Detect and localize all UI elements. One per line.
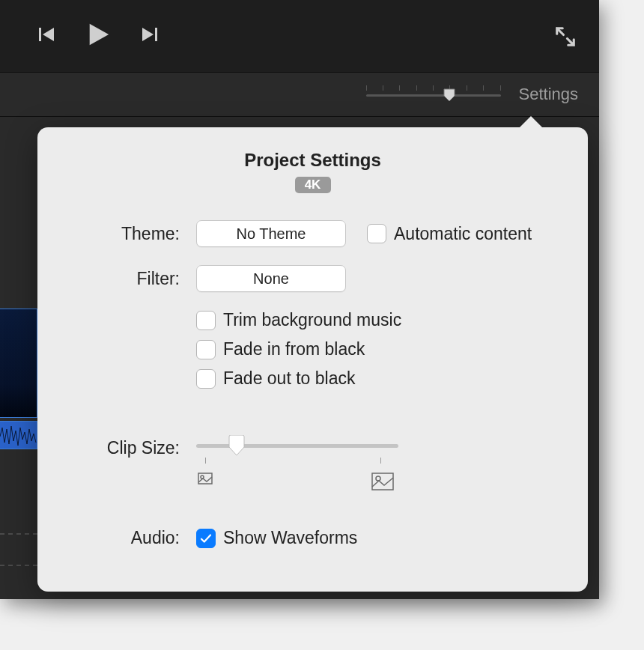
svg-rect-8 — [372, 473, 393, 490]
playback-toolbar — [0, 0, 599, 72]
fade-out-label: Fade out to black — [223, 368, 355, 389]
expand-icon[interactable] — [554, 25, 577, 51]
popover-title: Project Settings — [60, 150, 565, 171]
svg-rect-3 — [155, 28, 157, 41]
theme-label: Theme: — [60, 224, 180, 244]
track-placeholder — [0, 533, 37, 566]
svg-marker-5 — [519, 116, 543, 128]
playback-controls — [37, 22, 159, 50]
show-waveforms-label: Show Waveforms — [223, 528, 357, 548]
fade-in-checkbox[interactable] — [196, 340, 216, 359]
filter-select[interactable]: None — [196, 265, 346, 292]
filter-label: Filter: — [60, 269, 180, 289]
timeline-subbar: Settings — [0, 72, 599, 117]
svg-marker-4 — [142, 28, 154, 41]
clip-size-slider[interactable] — [196, 437, 398, 496]
app-window: Settings Project Settings 4K Theme: No T… — [0, 0, 599, 599]
clip-size-slider-thumb[interactable] — [228, 435, 246, 456]
show-waveforms-checkbox[interactable] — [196, 529, 216, 548]
video-clip-thumbnail[interactable] — [0, 309, 37, 418]
svg-marker-1 — [43, 28, 54, 41]
svg-rect-0 — [39, 28, 41, 41]
resolution-badge: 4K — [295, 177, 331, 193]
trim-background-music-label: Trim background music — [223, 310, 401, 330]
play-icon[interactable] — [85, 22, 111, 50]
automatic-content-label: Automatic content — [394, 224, 532, 244]
svg-marker-2 — [90, 24, 109, 45]
audio-clip-waveform[interactable] — [0, 421, 37, 449]
zoom-slider[interactable] — [366, 85, 501, 103]
large-thumbnail-icon — [371, 473, 394, 490]
svg-point-9 — [376, 476, 380, 481]
project-settings-popover: Project Settings 4K Theme: No Theme Auto… — [37, 127, 588, 592]
automatic-content-checkbox[interactable] — [367, 224, 386, 243]
clip-size-label: Clip Size: — [60, 437, 180, 458]
skip-back-icon[interactable] — [37, 25, 55, 46]
theme-select[interactable]: No Theme — [196, 220, 346, 247]
audio-label: Audio: — [60, 528, 180, 548]
settings-button[interactable]: Settings — [519, 85, 579, 104]
fade-in-label: Fade in from black — [223, 339, 365, 359]
fade-out-checkbox[interactable] — [196, 369, 216, 389]
popover-caret — [519, 116, 543, 128]
trim-background-music-checkbox[interactable] — [196, 311, 216, 330]
skip-forward-icon[interactable] — [141, 25, 159, 46]
zoom-slider-thumb[interactable] — [443, 88, 455, 102]
small-thumbnail-icon — [198, 473, 213, 485]
